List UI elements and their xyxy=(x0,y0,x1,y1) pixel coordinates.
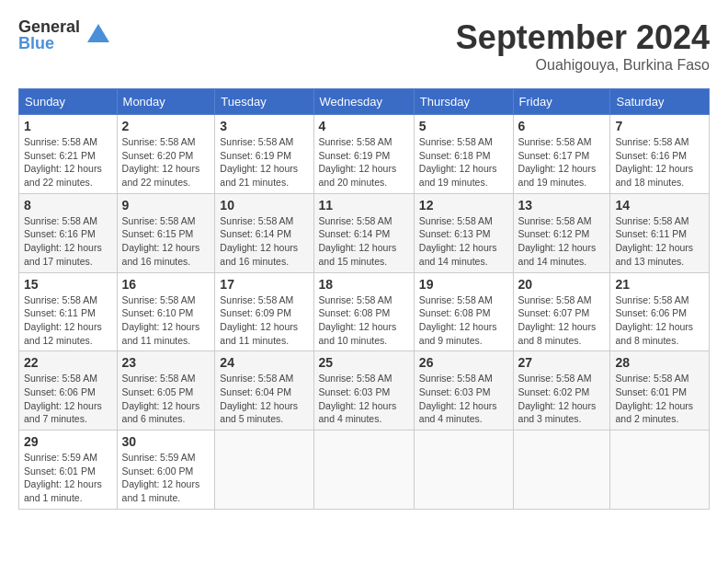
day-number: 23 xyxy=(122,355,210,370)
day-cell: 21 Sunrise: 5:58 AM Sunset: 6:06 PM Dayl… xyxy=(610,272,710,351)
day-cell: 7 Sunrise: 5:58 AM Sunset: 6:16 PM Dayli… xyxy=(610,115,710,194)
day-detail: Sunrise: 5:58 AM Sunset: 6:19 PM Dayligh… xyxy=(220,135,308,190)
svg-marker-0 xyxy=(87,24,109,42)
day-detail: Sunrise: 5:58 AM Sunset: 6:01 PM Dayligh… xyxy=(615,372,704,426)
day-number: 9 xyxy=(122,198,210,213)
day-detail: Sunrise: 5:58 AM Sunset: 6:08 PM Dayligh… xyxy=(419,293,508,348)
day-cell: 26 Sunrise: 5:58 AM Sunset: 6:03 PM Dayl… xyxy=(414,351,513,431)
day-detail: Sunrise: 5:58 AM Sunset: 6:14 PM Dayligh… xyxy=(220,214,308,269)
week-row-1: 1 Sunrise: 5:58 AM Sunset: 6:21 PM Dayli… xyxy=(19,115,710,194)
day-cell: 4 Sunrise: 5:58 AM Sunset: 6:19 PM Dayli… xyxy=(313,115,414,194)
day-number: 24 xyxy=(220,355,308,370)
day-detail: Sunrise: 5:58 AM Sunset: 6:03 PM Dayligh… xyxy=(319,372,409,426)
day-number: 6 xyxy=(518,119,606,133)
logo-icon xyxy=(84,20,113,50)
day-number: 14 xyxy=(615,198,704,213)
day-number: 19 xyxy=(419,277,508,292)
day-cell: 3 Sunrise: 5:58 AM Sunset: 6:19 PM Dayli… xyxy=(215,115,313,194)
logo-blue: Blue xyxy=(18,35,80,52)
day-cell xyxy=(610,431,710,510)
day-cell: 18 Sunrise: 5:58 AM Sunset: 6:08 PM Dayl… xyxy=(313,272,414,351)
day-cell: 10 Sunrise: 5:58 AM Sunset: 6:14 PM Dayl… xyxy=(215,193,313,272)
day-cell: 19 Sunrise: 5:58 AM Sunset: 6:08 PM Dayl… xyxy=(414,272,513,351)
day-number: 28 xyxy=(615,355,704,370)
week-row-2: 8 Sunrise: 5:58 AM Sunset: 6:16 PM Dayli… xyxy=(19,193,710,272)
week-row-4: 22 Sunrise: 5:58 AM Sunset: 6:06 PM Dayl… xyxy=(19,351,710,431)
day-cell: 11 Sunrise: 5:58 AM Sunset: 6:14 PM Dayl… xyxy=(313,193,414,272)
day-detail: Sunrise: 5:58 AM Sunset: 6:04 PM Dayligh… xyxy=(220,372,308,426)
day-number: 8 xyxy=(24,198,112,213)
day-number: 11 xyxy=(319,198,409,213)
day-cell: 25 Sunrise: 5:58 AM Sunset: 6:03 PM Dayl… xyxy=(313,351,414,431)
day-number: 4 xyxy=(319,119,409,133)
day-cell: 14 Sunrise: 5:58 AM Sunset: 6:11 PM Dayl… xyxy=(610,193,710,272)
day-detail: Sunrise: 5:58 AM Sunset: 6:21 PM Dayligh… xyxy=(24,135,112,190)
weekday-wednesday: Wednesday xyxy=(313,89,414,115)
day-number: 18 xyxy=(319,277,409,292)
weekday-saturday: Saturday xyxy=(610,89,710,115)
day-detail: Sunrise: 5:58 AM Sunset: 6:19 PM Dayligh… xyxy=(319,135,409,190)
day-detail: Sunrise: 5:58 AM Sunset: 6:11 PM Dayligh… xyxy=(24,293,112,348)
day-cell: 24 Sunrise: 5:58 AM Sunset: 6:04 PM Dayl… xyxy=(215,351,313,431)
day-number: 17 xyxy=(220,277,308,292)
day-detail: Sunrise: 5:58 AM Sunset: 6:07 PM Dayligh… xyxy=(518,293,606,348)
day-detail: Sunrise: 5:58 AM Sunset: 6:18 PM Dayligh… xyxy=(419,135,508,190)
day-cell: 13 Sunrise: 5:58 AM Sunset: 6:12 PM Dayl… xyxy=(513,193,610,272)
page-header: General Blue September 2024 Ouahigouya, … xyxy=(18,18,710,74)
day-cell: 23 Sunrise: 5:58 AM Sunset: 6:05 PM Dayl… xyxy=(117,351,215,431)
day-detail: Sunrise: 5:58 AM Sunset: 6:05 PM Dayligh… xyxy=(122,372,210,426)
day-number: 30 xyxy=(122,434,210,449)
week-row-3: 15 Sunrise: 5:58 AM Sunset: 6:11 PM Dayl… xyxy=(19,272,710,351)
weekday-thursday: Thursday xyxy=(414,89,513,115)
day-cell xyxy=(513,431,610,510)
day-detail: Sunrise: 5:58 AM Sunset: 6:12 PM Dayligh… xyxy=(518,214,606,269)
day-number: 12 xyxy=(419,198,508,213)
day-cell: 28 Sunrise: 5:58 AM Sunset: 6:01 PM Dayl… xyxy=(610,351,710,431)
day-number: 22 xyxy=(24,355,112,370)
day-detail: Sunrise: 5:58 AM Sunset: 6:16 PM Dayligh… xyxy=(615,135,704,190)
weekday-tuesday: Tuesday xyxy=(215,89,313,115)
day-number: 15 xyxy=(24,277,112,292)
day-number: 20 xyxy=(518,277,606,292)
calendar-table: SundayMondayTuesdayWednesdayThursdayFrid… xyxy=(18,88,710,510)
day-number: 21 xyxy=(615,277,704,292)
week-row-5: 29 Sunrise: 5:59 AM Sunset: 6:01 PM Dayl… xyxy=(19,431,710,510)
month-title: September 2024 xyxy=(456,18,710,57)
day-cell: 15 Sunrise: 5:58 AM Sunset: 6:11 PM Dayl… xyxy=(19,272,118,351)
day-cell: 5 Sunrise: 5:58 AM Sunset: 6:18 PM Dayli… xyxy=(414,115,513,194)
weekday-sunday: Sunday xyxy=(19,89,118,115)
day-detail: Sunrise: 5:59 AM Sunset: 6:01 PM Dayligh… xyxy=(24,451,112,505)
day-cell: 17 Sunrise: 5:58 AM Sunset: 6:09 PM Dayl… xyxy=(215,272,313,351)
weekday-header-row: SundayMondayTuesdayWednesdayThursdayFrid… xyxy=(19,89,710,115)
day-number: 1 xyxy=(24,119,112,133)
day-number: 29 xyxy=(24,434,112,449)
day-cell: 22 Sunrise: 5:58 AM Sunset: 6:06 PM Dayl… xyxy=(19,351,118,431)
day-cell: 29 Sunrise: 5:59 AM Sunset: 6:01 PM Dayl… xyxy=(19,431,118,510)
day-detail: Sunrise: 5:58 AM Sunset: 6:13 PM Dayligh… xyxy=(419,214,508,269)
day-detail: Sunrise: 5:58 AM Sunset: 6:09 PM Dayligh… xyxy=(220,293,308,348)
weekday-friday: Friday xyxy=(513,89,610,115)
day-cell xyxy=(414,431,513,510)
day-cell: 20 Sunrise: 5:58 AM Sunset: 6:07 PM Dayl… xyxy=(513,272,610,351)
day-detail: Sunrise: 5:59 AM Sunset: 6:00 PM Dayligh… xyxy=(122,451,210,505)
day-detail: Sunrise: 5:58 AM Sunset: 6:06 PM Dayligh… xyxy=(615,293,704,348)
day-number: 13 xyxy=(518,198,606,213)
day-number: 26 xyxy=(419,355,508,370)
day-detail: Sunrise: 5:58 AM Sunset: 6:03 PM Dayligh… xyxy=(419,372,508,426)
day-cell: 6 Sunrise: 5:58 AM Sunset: 6:17 PM Dayli… xyxy=(513,115,610,194)
day-number: 16 xyxy=(122,277,210,292)
weekday-monday: Monday xyxy=(117,89,215,115)
day-number: 7 xyxy=(615,119,704,133)
day-cell: 16 Sunrise: 5:58 AM Sunset: 6:10 PM Dayl… xyxy=(117,272,215,351)
location: Ouahigouya, Burkina Faso xyxy=(456,57,710,74)
title-block: September 2024 Ouahigouya, Burkina Faso xyxy=(456,18,710,74)
day-detail: Sunrise: 5:58 AM Sunset: 6:20 PM Dayligh… xyxy=(122,135,210,190)
logo: General Blue xyxy=(18,18,113,52)
day-detail: Sunrise: 5:58 AM Sunset: 6:17 PM Dayligh… xyxy=(518,135,606,190)
day-detail: Sunrise: 5:58 AM Sunset: 6:16 PM Dayligh… xyxy=(24,214,112,269)
day-cell: 12 Sunrise: 5:58 AM Sunset: 6:13 PM Dayl… xyxy=(414,193,513,272)
day-detail: Sunrise: 5:58 AM Sunset: 6:14 PM Dayligh… xyxy=(319,214,409,269)
day-number: 25 xyxy=(319,355,409,370)
day-cell: 8 Sunrise: 5:58 AM Sunset: 6:16 PM Dayli… xyxy=(19,193,118,272)
day-cell xyxy=(215,431,313,510)
